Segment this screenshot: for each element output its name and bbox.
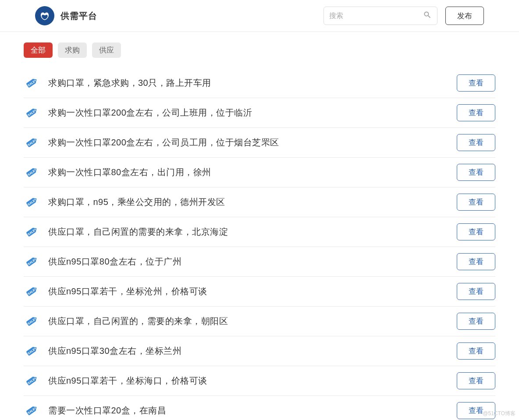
list-item: SALE 求购一次性口罩200盒左右，公司上班用，位于临沂 查看 xyxy=(24,98,495,128)
sale-icon: SALE xyxy=(24,195,39,210)
site-title: 供需平台 xyxy=(60,10,97,22)
sale-icon: SALE xyxy=(24,254,39,269)
list-item: SALE 供应n95口罩30盒左右，坐标兰州 查看 xyxy=(24,336,495,366)
list-item-title: 求购口罩，紧急求购，30只，路上开车用 xyxy=(48,77,457,89)
sale-icon: SALE xyxy=(24,403,39,418)
list-item-title: 求购一次性口罩200盒左右，公司上班用，位于临沂 xyxy=(48,107,457,119)
view-button[interactable]: 查看 xyxy=(457,74,495,92)
list-item-title: 求购一次性口罩200盒左右，公司员工用，位于烟台芝罘区 xyxy=(48,137,457,148)
content: 全部 求购 供应 SALE 求购口罩，紧急求购，30只，路上开车用 查看 SAL… xyxy=(0,32,519,420)
search-input[interactable] xyxy=(329,12,423,20)
tab-buy[interactable]: 求购 xyxy=(58,42,87,58)
view-button[interactable]: 查看 xyxy=(457,194,495,211)
search-box[interactable] xyxy=(323,7,437,25)
view-button[interactable]: 查看 xyxy=(457,164,495,181)
list-item-title: 供应n95口罩30盒左右，坐标兰州 xyxy=(48,345,457,357)
sale-icon: SALE xyxy=(24,374,39,388)
list-item-title: 需要一次性口罩20盒，在南昌 xyxy=(48,405,457,416)
list-item-title: 供应n95口罩80盒左右，位于广州 xyxy=(48,256,457,268)
view-button[interactable]: 查看 xyxy=(457,223,495,240)
view-button[interactable]: 查看 xyxy=(457,313,495,330)
list-item-title: 供应n95口罩若干，坐标沧州，价格可谈 xyxy=(48,286,457,297)
listing-list: SALE 求购口罩，紧急求购，30只，路上开车用 查看 SALE 求购一次性口罩… xyxy=(24,68,495,420)
view-button[interactable]: 查看 xyxy=(457,372,495,389)
sale-icon: SALE xyxy=(24,314,39,329)
filter-tabs: 全部 求购 供应 xyxy=(24,42,495,58)
view-button[interactable]: 查看 xyxy=(457,342,495,360)
logo-icon xyxy=(35,6,54,25)
tab-sell[interactable]: 供应 xyxy=(92,42,121,58)
list-item: SALE 供应口罩，自己闲置的需要的来拿，北京海淀 查看 xyxy=(24,217,495,247)
list-item: SALE 求购一次性口罩200盒左右，公司员工用，位于烟台芝罘区 查看 xyxy=(24,128,495,158)
sale-icon: SALE xyxy=(24,165,39,180)
list-item-title: 求购口罩，n95，乘坐公交用的，德州开发区 xyxy=(48,196,457,208)
list-item-title: 供应n95口罩若干，坐标海口，价格可谈 xyxy=(48,375,457,387)
sale-icon: SALE xyxy=(24,76,39,91)
logo[interactable]: 供需平台 xyxy=(35,6,97,25)
sale-icon: SALE xyxy=(24,225,39,240)
view-button[interactable]: 查看 xyxy=(457,134,495,151)
sale-icon: SALE xyxy=(24,284,39,299)
list-item-title: 供应口罩，自己闲置的，需要的来拿，朝阳区 xyxy=(48,315,457,327)
list-item: SALE 供应n95口罩80盒左右，位于广州 查看 xyxy=(24,247,495,277)
list-item: SALE 供应口罩，自己闲置的，需要的来拿，朝阳区 查看 xyxy=(24,307,495,336)
list-item-title: 供应口罩，自己闲置的需要的来拿，北京海淀 xyxy=(48,226,457,238)
sale-icon: SALE xyxy=(24,135,39,150)
list-item: SALE 求购口罩，n95，乘坐公交用的，德州开发区 查看 xyxy=(24,187,495,217)
view-button[interactable]: 查看 xyxy=(457,283,495,300)
view-button[interactable]: 查看 xyxy=(457,253,495,270)
view-button[interactable]: 查看 xyxy=(457,402,495,419)
header: 供需平台 发布 xyxy=(0,0,519,32)
list-item: SALE 求购口罩，紧急求购，30只，路上开车用 查看 xyxy=(24,68,495,98)
list-item-title: 求购一次性口罩80盒左右，出门用，徐州 xyxy=(48,166,457,178)
sale-icon: SALE xyxy=(24,106,39,120)
sale-icon: SALE xyxy=(24,344,39,359)
tab-all[interactable]: 全部 xyxy=(24,42,53,58)
list-item: SALE 需要一次性口罩20盒，在南昌 查看 xyxy=(24,396,495,420)
publish-button[interactable]: 发布 xyxy=(445,7,484,25)
view-button[interactable]: 查看 xyxy=(457,104,495,121)
list-item: SALE 供应n95口罩若干，坐标海口，价格可谈 查看 xyxy=(24,366,495,396)
list-item: SALE 求购一次性口罩80盒左右，出门用，徐州 查看 xyxy=(24,158,495,187)
list-item: SALE 供应n95口罩若干，坐标沧州，价格可谈 查看 xyxy=(24,277,495,307)
search-icon[interactable] xyxy=(423,11,432,21)
